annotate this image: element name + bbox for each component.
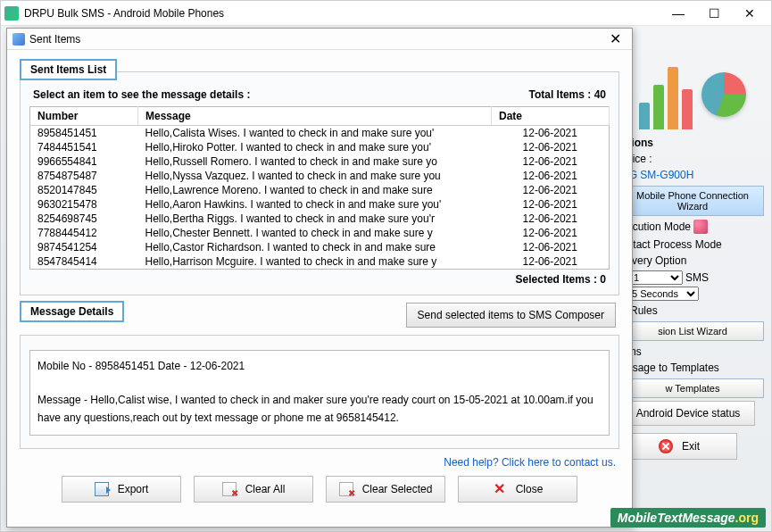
table-row[interactable]: 9966554841Hello,Russell Romero. I wanted… xyxy=(30,154,610,169)
dialog-close-button[interactable]: ✕ xyxy=(604,30,627,47)
contact-mode-label: ontact Process Mode xyxy=(621,237,764,253)
main-window: DRPU Bulk SMS - Android Mobile Phones — … xyxy=(0,0,772,532)
mobile-connection-wizard-button[interactable]: Mobile Phone Connection Wizard xyxy=(621,186,764,216)
table-row[interactable]: 7788445412Hello,Chester Bennett. I wante… xyxy=(30,226,610,240)
options-label: ptions xyxy=(621,135,764,151)
table-row[interactable]: 8520147845Hello,Lawrence Moreno. I wante… xyxy=(30,183,610,197)
dialog-icon xyxy=(12,33,25,46)
help-link-row: Need help? Click here to contact us. xyxy=(23,456,616,469)
pie-icon xyxy=(701,72,746,117)
watermark: MobileTextMessage.org xyxy=(610,508,766,528)
device-label: evice : xyxy=(621,151,764,167)
help-link[interactable]: Need help? Click here to contact us. xyxy=(444,456,616,469)
window-close-button[interactable]: ✕ xyxy=(732,2,768,25)
dialog-button-row: Export Clear All Clear Selected ✕Close xyxy=(20,476,619,503)
table-row[interactable]: 9874541254Hello,Castor Richardson. I wan… xyxy=(30,240,610,254)
maximize-button[interactable]: ☐ xyxy=(696,2,732,25)
sent-items-table[interactable]: Number Message Date 8958451451Hello,Cali… xyxy=(29,106,610,270)
clear-all-icon xyxy=(222,482,237,496)
bar-icon xyxy=(682,89,693,129)
message-details-box xyxy=(20,335,619,449)
export-icon xyxy=(95,482,109,496)
table-row[interactable]: 8754875487Hello,Nyssa Vazquez. I wanted … xyxy=(30,169,610,183)
main-titlebar: DRPU Bulk SMS - Android Mobile Phones — … xyxy=(1,1,771,26)
close-icon: ✕ xyxy=(493,482,507,496)
table-row[interactable]: 8254698745Hello,Bertha Riggs. I wanted t… xyxy=(30,212,610,226)
sent-items-list-box: Select an item to see the message detail… xyxy=(20,71,619,295)
bar-icon xyxy=(653,85,664,129)
delay-count-select[interactable]: 1 xyxy=(629,270,683,285)
bar-icon xyxy=(639,103,650,129)
instruction-text: Select an item to see the message detail… xyxy=(33,88,250,101)
selected-items: Selected Items : 0 xyxy=(29,270,610,289)
delay-seconds-select[interactable]: 5 Seconds xyxy=(627,287,699,301)
table-row[interactable]: 8547845414Hello,Harrison Mcguire. I want… xyxy=(30,254,610,270)
exit-button[interactable]: Exit xyxy=(621,433,737,460)
send-to-composer-button[interactable]: Send selected items to SMS Composer xyxy=(406,303,616,328)
export-button[interactable]: Export xyxy=(62,476,181,503)
bar-icon xyxy=(668,67,678,129)
app-icon xyxy=(4,6,19,21)
wand-icon[interactable] xyxy=(693,220,708,234)
decorative-chart xyxy=(621,54,764,135)
main-body: ptions evice : NG SM-G900H Mobile Phone … xyxy=(1,26,771,531)
view-templates-button[interactable]: w Templates xyxy=(621,378,764,398)
android-status-button[interactable]: Android Device status xyxy=(621,401,755,426)
dialog-titlebar: Sent Items ✕ xyxy=(7,29,632,50)
exclusion-list-wizard-button[interactable]: sion List Wizard xyxy=(621,321,764,341)
delivery-option-label: elivery Option xyxy=(621,253,764,269)
table-row[interactable]: 9630215478Hello,Aaron Hawkins. I wanted … xyxy=(30,197,610,212)
rules-label: n Rules xyxy=(621,303,764,319)
clear-selected-icon xyxy=(339,482,353,496)
sent-items-list-label: Sent Items List xyxy=(20,59,117,80)
close-button[interactable]: ✕Close xyxy=(458,476,577,503)
right-panel: ptions evice : NG SM-G900H Mobile Phone … xyxy=(621,54,764,467)
table-row[interactable]: 7484451541Hello,Hiroko Potter. I wanted … xyxy=(30,140,610,154)
message-details-label: Message Details xyxy=(20,301,124,322)
main-title: DRPU Bulk SMS - Android Mobile Phones xyxy=(24,7,660,20)
minimize-button[interactable]: — xyxy=(660,2,696,25)
exit-icon xyxy=(659,439,673,453)
dialog-body: Sent Items List Select an item to see th… xyxy=(7,50,632,511)
sms-label: SMS xyxy=(685,271,709,284)
device-name-link[interactable]: NG SM-G900H xyxy=(621,167,764,183)
column-date[interactable]: Date xyxy=(492,107,610,126)
clear-all-button[interactable]: Clear All xyxy=(194,476,313,503)
column-message[interactable]: Message xyxy=(138,107,492,126)
column-number[interactable]: Number xyxy=(30,107,138,126)
clear-selected-button[interactable]: Clear Selected xyxy=(326,476,445,503)
templates-label: essage to Templates xyxy=(621,360,764,376)
sent-items-dialog: Sent Items ✕ Sent Items List Select an i… xyxy=(6,28,633,528)
message-details-text[interactable] xyxy=(29,350,610,436)
table-row[interactable]: 8958451451Hello,Calista Wises. I wanted … xyxy=(30,126,610,141)
total-items: Total Items : 40 xyxy=(529,88,607,101)
items-label: ems xyxy=(621,344,764,360)
dialog-title: Sent Items xyxy=(29,33,604,46)
